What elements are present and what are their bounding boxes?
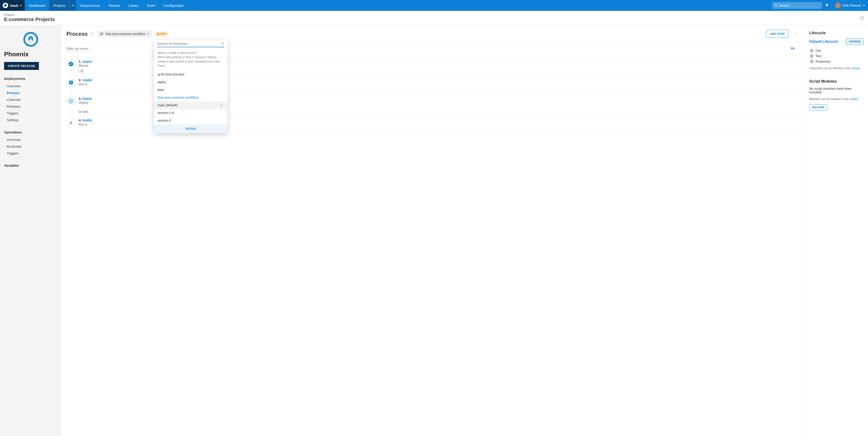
breadcrumb[interactable]: Projects (4, 13, 860, 17)
filter-input[interactable] (66, 46, 91, 52)
svg-point-4 (101, 32, 101, 33)
nav-dashboard[interactable]: Dashboard (25, 0, 49, 11)
sidebar-item-triggers[interactable]: Triggers (4, 110, 57, 117)
branch-item[interactable]: aj-fix-limit-e2e-test (154, 70, 228, 78)
script-modules-heading: Script Modules (809, 79, 864, 84)
env-square-icon (810, 60, 813, 63)
branch-item[interactable]: beta (154, 86, 228, 94)
user-name: Rob Pearson (843, 4, 861, 7)
user-menu[interactable]: Rob Pearson (832, 2, 868, 8)
filters-link[interactable]: RS (791, 47, 795, 50)
branch-item-hovered[interactable]: main (default) ☟ (154, 101, 228, 109)
svg-rect-12 (71, 121, 72, 123)
script-modules-empty: No script modules have been included (809, 87, 864, 94)
chevron-down-icon (20, 5, 22, 6)
nav-projects-chevron[interactable] (70, 0, 76, 11)
phoenix-logo-icon (22, 30, 40, 49)
project-logo (4, 30, 57, 49)
space-switcher[interactable]: SaaS (0, 0, 25, 11)
sidebar-item-process[interactable]: Process (4, 90, 57, 96)
check-circle-icon (68, 61, 73, 66)
step-icon-kubernetes (66, 96, 75, 106)
lifecycle-link[interactable]: Default Lifecycle (809, 39, 838, 43)
notifications-button[interactable] (822, 4, 832, 7)
branch-selector[interactable]: feat-new-customer-workflow (97, 31, 151, 37)
sidebar-item-runbooks[interactable]: Runbooks (4, 143, 57, 150)
help-icon[interactable]: ? (860, 16, 864, 20)
nav-tasks[interactable]: Tasks (143, 0, 159, 11)
branch-icon (100, 32, 104, 36)
nav-tenants[interactable]: Tenants (104, 0, 124, 11)
svg-point-3 (24, 33, 37, 46)
project-sidebar: Phoenix CREATE RELEASE Deployments Overv… (0, 25, 61, 436)
octopus-logo-icon (3, 3, 8, 8)
nav-library[interactable]: Library (124, 0, 143, 11)
lifecycle-heading: Lifecycle (809, 31, 864, 35)
lifecycle-note: Lifecycles can be defined in the Library (809, 66, 864, 70)
svg-point-6 (103, 33, 103, 33)
step-name: Deplo (83, 96, 92, 100)
slack-icon (68, 120, 73, 125)
create-release-button[interactable]: CREATE RELEASE (4, 62, 39, 70)
chevron-down-icon (147, 33, 149, 34)
step-target-pill: ≡ (79, 69, 85, 73)
svg-point-1 (775, 4, 777, 6)
search-icon (774, 4, 778, 7)
svg-line-16 (223, 44, 224, 45)
env-item: Test (810, 54, 864, 58)
space-name: SaaS (10, 4, 18, 7)
cursor-icon: ☟ (220, 104, 222, 107)
sidebar-item-settings[interactable]: Settings (4, 117, 57, 123)
right-sidebar: Lifecycle Default Lifecycle CHANGE Dev T… (805, 25, 868, 436)
svg-rect-13 (71, 123, 72, 123)
nav-projects[interactable]: Projects (49, 0, 70, 11)
branch-item[interactable]: alpha (154, 78, 228, 86)
add-step-button[interactable]: ADD STEP (766, 30, 789, 38)
branch-item[interactable]: version-1-6 (154, 109, 228, 117)
sidebar-section-operations: Operations (4, 130, 57, 134)
sidebar-item-overview[interactable]: Overview (4, 83, 57, 90)
fetch-button[interactable]: FETCH (154, 124, 228, 133)
top-nav: SaaS Dashboard Projects Infrastructure T… (0, 0, 868, 11)
global-search[interactable] (772, 2, 822, 9)
nav-infrastructure[interactable]: Infrastructure (76, 0, 104, 11)
bell-icon (825, 4, 829, 7)
nav-configuration[interactable]: Configuration (159, 0, 188, 11)
change-lifecycle-button[interactable]: CHANGE (846, 38, 864, 45)
branch-info: Want to create a new branch? We're still… (154, 50, 228, 70)
svg-point-15 (221, 42, 223, 44)
sidebar-item-channels[interactable]: Channels (4, 96, 57, 103)
search-icon (221, 42, 224, 46)
sidebar-section-variables[interactable]: Variables (4, 164, 57, 167)
help-icon[interactable]: ? (91, 32, 94, 36)
kubernetes-icon (68, 98, 74, 104)
sidebar-section-deployments: Deployments (4, 77, 57, 81)
branch-search-input[interactable] (157, 41, 221, 46)
sidebar-item-releases[interactable]: Releases (4, 103, 57, 110)
eap-badge[interactable]: EAP (155, 31, 168, 36)
page-header: Projects E-commerce Projects ? (0, 11, 868, 25)
include-button[interactable]: INCLUDE (809, 104, 827, 111)
branch-dropdown: Want to create a new branch? We're still… (154, 40, 228, 133)
thumbs-up-icon (157, 33, 160, 35)
branch-item-selected[interactable]: feat-new-customer-workflow (154, 94, 228, 101)
library-link[interactable]: Library (851, 66, 860, 70)
step-name: Appro (82, 59, 92, 63)
branch-name: feat-new-customer-workflow (105, 32, 145, 36)
step-icon-check (66, 59, 75, 68)
step-name: Notify (83, 118, 92, 122)
sidebar-item-ops-triggers[interactable]: Triggers (4, 150, 57, 157)
environment-list: Dev Test Production (810, 49, 864, 63)
branch-search-wrapper (157, 40, 224, 47)
library-link[interactable]: Library (849, 97, 859, 100)
global-search-input[interactable] (779, 4, 820, 7)
process-title: Process (66, 31, 88, 37)
branch-item[interactable]: version-2 (154, 117, 228, 124)
chevron-down-icon (72, 5, 74, 6)
script-modules-note: Modules can be created in the Library (809, 97, 864, 100)
svg-point-5 (101, 35, 101, 35)
project-name: Phoenix (4, 51, 57, 58)
env-square-icon (810, 55, 813, 58)
overflow-menu[interactable]: ⋮ (792, 31, 800, 36)
sidebar-item-ops-overview[interactable]: Overview (4, 136, 57, 143)
